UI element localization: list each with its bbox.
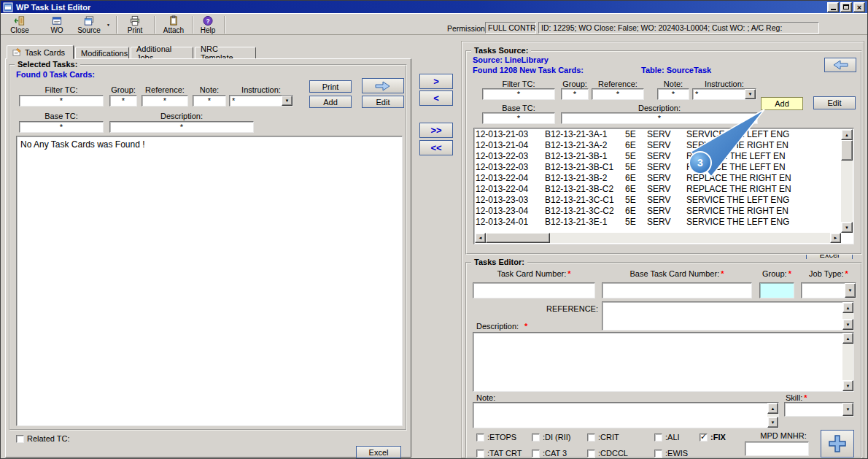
description-filter-input[interactable]: [561, 112, 758, 124]
source-button[interactable]: Source: [74, 15, 104, 34]
source-add-button[interactable]: Add: [761, 97, 803, 110]
print-button[interactable]: Print: [120, 15, 150, 34]
move-right-button[interactable]: >: [419, 74, 453, 89]
attach-button[interactable]: Attach: [158, 15, 189, 34]
filter-tc-input[interactable]: [482, 88, 555, 100]
group-filter-input[interactable]: [561, 88, 589, 100]
task-row[interactable]: 12-013-21-04B12-13-21-3A-26ESERVSERVICE …: [476, 140, 841, 151]
instruction-filter-select[interactable]: * ▼: [229, 95, 293, 107]
task-row[interactable]: 12-013-23-04B12-13-21-3C-C26ESERVSERVICE…: [476, 206, 841, 217]
skill-label: Skill:*: [786, 393, 807, 402]
chevron-down-icon[interactable]: ▼: [282, 96, 292, 106]
chevron-down-icon[interactable]: ▼: [845, 283, 856, 298]
note-input[interactable]: ▲ ▼: [473, 402, 779, 428]
description-scrollbar[interactable]: ▲ ▼: [842, 333, 853, 391]
chevron-down-icon[interactable]: ▼: [842, 403, 853, 416]
reference-input[interactable]: ▲ ▼: [602, 301, 854, 331]
base-tc-input[interactable]: [19, 121, 104, 133]
instruction-filter-value: *: [232, 96, 235, 105]
move-all-left-button[interactable]: <<: [419, 140, 453, 155]
checkbox-crit[interactable]: :CRIT: [587, 433, 619, 441]
scroll-left-icon[interactable]: ◄: [475, 233, 486, 243]
base-task-card-number-input[interactable]: [602, 282, 752, 298]
scroll-down-icon[interactable]: ▼: [767, 417, 778, 428]
focus-selected-panel-button[interactable]: [824, 58, 856, 72]
close-window-button[interactable]: ×: [853, 2, 865, 12]
task-cards-tab-page: Selected Tasks: Found 0 Task Cards: Filt…: [5, 58, 411, 458]
related-tc-checkbox[interactable]: Related TC:: [16, 434, 70, 443]
checkbox-box: [532, 433, 540, 441]
task-card-number-input[interactable]: [473, 282, 595, 298]
reference-scrollbar[interactable]: ▲ ▼: [842, 302, 853, 330]
chevron-down-icon[interactable]: ▼: [745, 89, 756, 99]
vertical-scrollbar[interactable]: ▲ ▼: [841, 129, 853, 233]
help-button[interactable]: ? Help: [195, 15, 221, 34]
scroll-up-icon[interactable]: ▲: [842, 333, 853, 344]
tab-additional-jobs[interactable]: Additional Jobs: [131, 47, 193, 59]
horizontal-scrollbar[interactable]: ◄ ►: [475, 233, 841, 243]
description-filter-input[interactable]: [109, 121, 254, 133]
scrollbar-thumb[interactable]: [486, 233, 550, 243]
checkbox-ali[interactable]: :ALI: [654, 433, 680, 441]
task-row[interactable]: 12-013-22-03B12-13-21-3B-15ESERVREPLACE …: [476, 151, 841, 162]
instruction-filter-select[interactable]: * ▼: [692, 88, 756, 100]
job-type-select[interactable]: ▼: [801, 282, 856, 298]
scroll-up-icon[interactable]: ▲: [842, 302, 853, 313]
maximize-button[interactable]: [840, 2, 852, 12]
reference-filter-input[interactable]: [592, 88, 644, 100]
tab-task-cards[interactable]: Task Cards: [7, 45, 74, 59]
add-task-plus-button[interactable]: [821, 430, 854, 458]
checkbox-etops[interactable]: :ETOPS: [476, 433, 516, 441]
base-tc-input[interactable]: [482, 112, 555, 124]
required-marker: *: [567, 269, 570, 278]
filter-tc-label: Filter TC:: [19, 85, 104, 94]
wo-button[interactable]: WO: [43, 15, 71, 34]
note-filter-input[interactable]: [657, 88, 689, 100]
scrollbar-thumb[interactable]: [841, 140, 853, 161]
scroll-down-icon[interactable]: ▼: [842, 319, 853, 330]
task-row[interactable]: 12-013-21-03B12-13-21-3A-15ESERVSERVICE …: [476, 129, 841, 140]
note-filter-input[interactable]: [193, 95, 226, 107]
reference-filter-input[interactable]: [142, 95, 188, 107]
scroll-down-icon[interactable]: ▼: [842, 380, 853, 391]
checkbox-cdccl[interactable]: :CDCCL: [587, 449, 628, 458]
focus-source-panel-button[interactable]: [362, 78, 404, 93]
close-button[interactable]: Close: [4, 15, 36, 34]
tab-nrc-template[interactable]: NRC Template: [195, 47, 256, 59]
source-tasks-list[interactable]: 12-013-21-03B12-13-21-3A-15ESERVSERVICE …: [473, 128, 854, 244]
selected-print-button[interactable]: Print: [309, 80, 352, 93]
move-left-button[interactable]: <: [419, 90, 453, 106]
task-row[interactable]: 12-013-22-04B12-13-21-3B-26ESERVREPLACE …: [476, 173, 841, 184]
source-edit-button[interactable]: Edit: [813, 96, 856, 109]
scroll-down-icon[interactable]: ▼: [841, 222, 853, 233]
selected-edit-button[interactable]: Edit: [362, 96, 404, 108]
note-scrollbar[interactable]: ▲ ▼: [767, 403, 778, 428]
selected-add-button[interactable]: Add: [309, 96, 352, 108]
note-label: Note:: [193, 85, 226, 94]
move-all-right-button[interactable]: >>: [419, 123, 453, 138]
checkbox-di-rii[interactable]: :DI (RII): [532, 433, 571, 441]
task-row[interactable]: 12-013-24-01B12-13-21-3E-15ESERVSERVICE …: [476, 217, 841, 228]
description-input[interactable]: ▲ ▼: [473, 332, 854, 392]
checkbox-ewis[interactable]: :EWIS: [654, 449, 688, 458]
tab-modifications[interactable]: Modifications: [75, 47, 129, 59]
scroll-right-icon[interactable]: ►: [830, 233, 841, 243]
checkbox-tat-crt[interactable]: :TAT CRT: [476, 449, 522, 458]
group-filter-input[interactable]: [109, 95, 137, 107]
minimize-button[interactable]: [827, 2, 839, 12]
scroll-up-icon[interactable]: ▲: [767, 403, 778, 414]
checkbox-fix[interactable]: :FIX: [700, 433, 726, 441]
selected-excel-button[interactable]: Excel: [356, 446, 401, 458]
source-dropdown-caret[interactable]: ▼: [104, 15, 112, 34]
task-row[interactable]: 12-013-22-04B12-13-21-3B-C26ESERVREPLACE…: [476, 184, 841, 195]
skill-select[interactable]: ▼: [784, 402, 854, 417]
mpd-mnhr-input[interactable]: [745, 441, 809, 456]
group-input[interactable]: [759, 282, 794, 298]
checkbox-cat-3[interactable]: :CAT 3: [532, 449, 567, 458]
scroll-up-icon[interactable]: ▲: [841, 129, 853, 140]
selected-tasks-list[interactable]: No Any Task Cards was Found !: [16, 136, 403, 426]
selected-tasks-group: Selected Tasks: Found 0 Task Cards: Filt…: [9, 64, 407, 431]
task-row[interactable]: 12-013-23-03B12-13-21-3C-C15ESERVSERVICE…: [476, 195, 841, 206]
filter-tc-input[interactable]: [19, 95, 104, 107]
task-row[interactable]: 12-013-22-03B12-13-21-3B-C15ESERVREPLACE…: [476, 162, 841, 173]
